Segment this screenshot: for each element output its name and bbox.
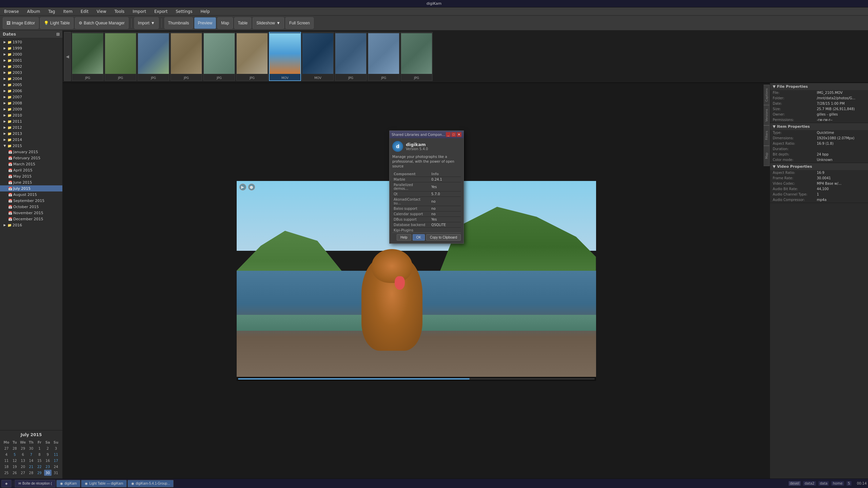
dialog-copy-button[interactable]: Copy to Clipboard bbox=[426, 234, 461, 241]
dates-tree[interactable]: ▶ 📁 1970▶ 📁 1999▶ 📁 2000▶ 📁 bbox=[0, 38, 62, 430]
dialog-maximize-button[interactable]: □ bbox=[451, 132, 456, 137]
thumbnail-9[interactable]: JPG bbox=[368, 32, 400, 81]
preview-button[interactable]: Preview bbox=[194, 17, 216, 29]
tree-item-2013[interactable]: ▶ 📁 2013 bbox=[0, 130, 62, 137]
progress-bar-track[interactable] bbox=[238, 378, 595, 380]
side-tab-captions[interactable]: Captions bbox=[764, 85, 770, 105]
desktop-home[interactable]: home bbox=[831, 481, 844, 486]
tree-item-2004[interactable]: ▶ 📁 2004 bbox=[0, 76, 62, 82]
thumbnail-7[interactable]: MOV bbox=[302, 32, 334, 81]
taskbar-inbox-button[interactable]: ✉ Boîte de réception ( bbox=[15, 480, 56, 487]
folder-icon: 📅 bbox=[8, 168, 12, 172]
item-properties-header[interactable]: ▼ Item Properties bbox=[770, 123, 868, 130]
thumb-scroll-left[interactable]: ◀ bbox=[64, 32, 71, 81]
side-tab-map[interactable]: Map bbox=[764, 146, 770, 166]
dialog-close-button[interactable]: ✕ bbox=[457, 132, 461, 137]
tree-arrow: ▶ bbox=[3, 95, 7, 99]
preview-prev-button[interactable]: ▶ bbox=[239, 184, 246, 190]
desktop-data[interactable]: data bbox=[818, 481, 829, 486]
tree-item-2005[interactable]: ▶ 📁 2005 bbox=[0, 82, 62, 88]
thumbnail-10[interactable]: JPG bbox=[400, 32, 433, 81]
tree-item-2001[interactable]: ▶ 📁 2001 bbox=[0, 57, 62, 63]
tree-item-2016[interactable]: ▶ 📁 2016 bbox=[0, 222, 62, 228]
menu-browse[interactable]: Browse bbox=[3, 8, 20, 15]
menu-tag[interactable]: Tag bbox=[47, 8, 56, 15]
preview-menu-button[interactable]: ● bbox=[248, 184, 255, 190]
thumbnail-1[interactable]: JPG bbox=[104, 32, 137, 81]
tree-item-march-2015[interactable]: 📅 March 2015 bbox=[0, 161, 62, 167]
thumbnail-2[interactable]: JPG bbox=[137, 32, 170, 81]
slideshow-button[interactable]: Slideshow ▼ bbox=[253, 17, 284, 29]
tree-item-2006[interactable]: ▶ 📁 2006 bbox=[0, 88, 62, 94]
menu-tools[interactable]: Tools bbox=[113, 8, 126, 15]
tree-item-july-2015[interactable]: 📅 July 2015 bbox=[0, 185, 62, 191]
side-tab-versions[interactable]: Versions bbox=[764, 105, 770, 125]
tree-item-october-2015[interactable]: 📅 October 2015 bbox=[0, 204, 62, 210]
batch-queue-button[interactable]: ⚙ Batch Queue Manager bbox=[75, 17, 129, 29]
tree-item-january-2015[interactable]: 📅 January 2015 bbox=[0, 149, 62, 155]
tree-item-february-2015[interactable]: 📅 February 2015 bbox=[0, 155, 62, 161]
menu-item[interactable]: Item bbox=[62, 8, 74, 15]
table-button[interactable]: Table bbox=[234, 17, 252, 29]
dialog-ok-button[interactable]: OK bbox=[413, 234, 425, 241]
menu-settings[interactable]: Settings bbox=[174, 8, 194, 15]
thumbnail-8[interactable]: JPG bbox=[335, 32, 367, 81]
tree-item-december-2015[interactable]: 📅 December 2015 bbox=[0, 216, 62, 222]
image-editor-button[interactable]: 🖼 Image Editor bbox=[3, 17, 39, 29]
file-properties-header[interactable]: ▼ File Properties bbox=[770, 83, 868, 90]
menu-help[interactable]: Help bbox=[199, 8, 211, 15]
prop-owner: Owner: gilles - gilles bbox=[770, 112, 868, 117]
tree-item-2010[interactable]: ▶ 📁 2010 bbox=[0, 112, 62, 118]
menu-export[interactable]: Export bbox=[153, 8, 169, 15]
tree-item-2015[interactable]: ▼ 📁 2015 bbox=[0, 143, 62, 149]
video-properties-header[interactable]: ▼ Video Properties bbox=[770, 163, 868, 170]
tree-item-november-2015[interactable]: 📅 November 2015 bbox=[0, 210, 62, 216]
thumbnail-6[interactable]: MOV bbox=[269, 32, 301, 81]
tree-item-2009[interactable]: ▶ 📁 2009 bbox=[0, 106, 62, 112]
thumbnail-5[interactable]: JPG bbox=[236, 32, 268, 81]
dialog-help-button[interactable]: Help bbox=[397, 234, 411, 241]
tree-item-august-2015[interactable]: 📅 August 2015 bbox=[0, 191, 62, 198]
tree-arrow: ▶ bbox=[3, 52, 7, 56]
tree-item-april-2015[interactable]: 📅 April 2015 bbox=[0, 167, 62, 173]
menu-album[interactable]: Album bbox=[26, 8, 41, 15]
menu-import[interactable]: Import bbox=[131, 8, 147, 15]
thumbnail-3[interactable]: JPG bbox=[170, 32, 202, 81]
import-button[interactable]: Import ▼ bbox=[134, 17, 159, 29]
menu-view[interactable]: View bbox=[95, 8, 107, 15]
thumbnails-button[interactable]: Thumbnails bbox=[164, 17, 193, 29]
taskbar-digikam-button[interactable]: ◉ digiKam bbox=[56, 480, 80, 487]
taskbar-applications-button[interactable]: ◈ bbox=[1, 480, 12, 487]
dialog-buttons: Help OK Copy to Clipboard bbox=[392, 232, 461, 241]
tree-item-2002[interactable]: ▶ 📁 2002 bbox=[0, 63, 62, 69]
tree-item-2008[interactable]: ▶ 📁 2008 bbox=[0, 100, 62, 106]
dog-head bbox=[372, 249, 412, 283]
tree-item-2011[interactable]: ▶ 📁 2011 bbox=[0, 118, 62, 124]
tree-item-june-2015[interactable]: 📅 June 2015 bbox=[0, 179, 62, 185]
tree-item-2000[interactable]: ▶ 📁 2000 bbox=[0, 51, 62, 57]
lighttable-taskbar-label: Light Table — digiKam bbox=[89, 482, 123, 485]
tree-item-1970[interactable]: ▶ 📁 1970 bbox=[0, 39, 62, 45]
side-tab-filters[interactable]: Filters bbox=[764, 125, 770, 146]
thumbnail-0[interactable]: JPG bbox=[72, 32, 104, 81]
map-button[interactable]: Map bbox=[217, 17, 233, 29]
light-table-button[interactable]: 💡 Light Table bbox=[40, 17, 74, 29]
dialog-minimize-button[interactable]: _ bbox=[446, 132, 451, 137]
desktop-5[interactable]: 5 bbox=[847, 481, 851, 486]
tree-item-1999[interactable]: ▶ 📁 1999 bbox=[0, 45, 62, 51]
fullscreen-button[interactable]: Full Screen bbox=[285, 17, 314, 29]
taskbar-right: devel data2 data home 5 00:14 bbox=[789, 481, 867, 486]
desktop-devel[interactable]: devel bbox=[789, 481, 801, 486]
thumb-label-0: JPG bbox=[73, 76, 102, 80]
taskbar-lighttable-button[interactable]: ◉ Light Table — digiKam bbox=[81, 480, 127, 487]
tree-item-2003[interactable]: ▶ 📁 2003 bbox=[0, 69, 62, 76]
menu-edit[interactable]: Edit bbox=[79, 8, 90, 15]
tree-item-2012[interactable]: ▶ 📁 2012 bbox=[0, 124, 62, 130]
thumbnail-4[interactable]: JPG bbox=[203, 32, 235, 81]
tree-item-september-2015[interactable]: 📅 September 2015 bbox=[0, 198, 62, 204]
desktop-data2[interactable]: data2 bbox=[803, 481, 816, 486]
tree-item-2007[interactable]: ▶ 📁 2007 bbox=[0, 94, 62, 100]
tree-item-may-2015[interactable]: 📅 May 2015 bbox=[0, 173, 62, 179]
taskbar-group-button[interactable]: ◉ digiKam-5.4.1-Group... bbox=[127, 480, 174, 487]
tree-item-2014[interactable]: ▶ 📁 2014 bbox=[0, 137, 62, 143]
